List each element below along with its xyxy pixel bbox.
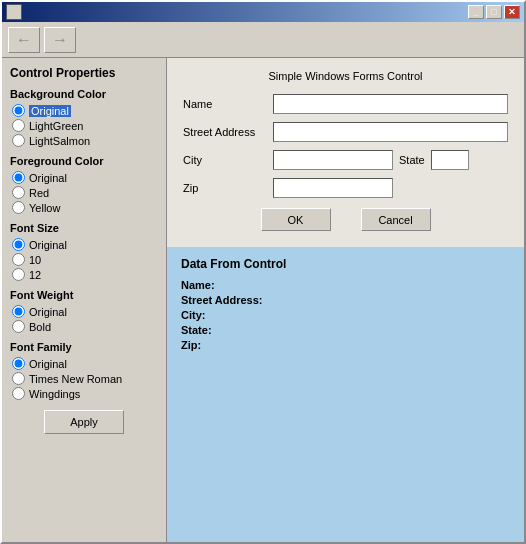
fs-original-radio[interactable] — [12, 238, 25, 251]
fs-12-radio[interactable] — [12, 268, 25, 281]
minimize-button[interactable]: _ — [468, 5, 484, 19]
fg-original-radio[interactable] — [12, 171, 25, 184]
bg-original-label: Original — [29, 105, 71, 117]
zip-row: Zip — [183, 178, 508, 198]
name-row: Name — [183, 94, 508, 114]
bg-lightsalmon-option[interactable]: LightSalmon — [12, 134, 158, 147]
left-panel: Control Properties Background Color Orig… — [2, 58, 167, 544]
maximize-button[interactable]: □ — [486, 5, 502, 19]
city-input[interactable] — [273, 150, 393, 170]
data-name-label: Name: — [181, 279, 215, 291]
panel-title: Control Properties — [10, 66, 158, 80]
data-city-label: City: — [181, 309, 205, 321]
street-input[interactable] — [273, 122, 508, 142]
bg-original-radio[interactable] — [12, 104, 25, 117]
font-size-label: Font Size — [10, 222, 158, 234]
ff-wingdings-radio[interactable] — [12, 387, 25, 400]
state-label: State — [399, 154, 425, 166]
ff-tnr-label: Times New Roman — [29, 373, 122, 385]
data-street-label: Street Address: — [181, 294, 263, 306]
state-input[interactable] — [431, 150, 469, 170]
data-zip-row: Zip: — [181, 339, 510, 351]
window-icon — [6, 4, 22, 20]
name-label: Name — [183, 98, 273, 110]
form-title: Simple Windows Forms Control — [183, 70, 508, 82]
form-area: Simple Windows Forms Control Name Street… — [167, 58, 524, 247]
bg-original-option[interactable]: Original — [12, 104, 158, 117]
forward-icon: → — [52, 31, 68, 49]
fg-yellow-radio[interactable] — [12, 201, 25, 214]
bg-lightgreen-radio[interactable] — [12, 119, 25, 132]
street-row: Street Address — [183, 122, 508, 142]
fs-12-label: 12 — [29, 269, 41, 281]
fg-yellow-label: Yellow — [29, 202, 60, 214]
data-zip-label: Zip: — [181, 339, 201, 351]
zip-label: Zip — [183, 182, 273, 194]
data-street-row: Street Address: — [181, 294, 510, 306]
ok-button[interactable]: OK — [261, 208, 331, 231]
toolbar: ← → — [2, 22, 524, 58]
close-button[interactable]: ✕ — [504, 5, 520, 19]
fg-color-group: Original Red Yellow — [12, 171, 158, 214]
fs-10-label: 10 — [29, 254, 41, 266]
title-bar: _ □ ✕ — [2, 2, 524, 22]
fw-original-radio[interactable] — [12, 305, 25, 318]
ff-original-label: Original — [29, 358, 67, 370]
data-title: Data From Control — [181, 257, 510, 271]
bg-color-label: Background Color — [10, 88, 158, 100]
fg-red-option[interactable]: Red — [12, 186, 158, 199]
fg-red-radio[interactable] — [12, 186, 25, 199]
data-city-row: City: — [181, 309, 510, 321]
form-buttons: OK Cancel — [183, 208, 508, 231]
content-area: Control Properties Background Color Orig… — [2, 58, 524, 544]
fg-original-label: Original — [29, 172, 67, 184]
data-name-row: Name: — [181, 279, 510, 291]
back-icon: ← — [16, 31, 32, 49]
fg-yellow-option[interactable]: Yellow — [12, 201, 158, 214]
font-family-label: Font Family — [10, 341, 158, 353]
city-state-row: City State — [183, 150, 508, 170]
name-input[interactable] — [273, 94, 508, 114]
fw-original-label: Original — [29, 306, 67, 318]
font-family-group: Original Times New Roman Wingdings — [12, 357, 158, 400]
street-label: Street Address — [183, 126, 273, 138]
main-window: _ □ ✕ ← → Control Properties Background … — [0, 0, 526, 544]
right-panel: Simple Windows Forms Control Name Street… — [167, 58, 524, 544]
back-button[interactable]: ← — [8, 27, 40, 53]
font-size-group: Original 10 12 — [12, 238, 158, 281]
ff-wingdings-option[interactable]: Wingdings — [12, 387, 158, 400]
fg-original-option[interactable]: Original — [12, 171, 158, 184]
fw-bold-label: Bold — [29, 321, 51, 333]
bg-lightsalmon-label: LightSalmon — [29, 135, 90, 147]
forward-button[interactable]: → — [44, 27, 76, 53]
data-state-label: State: — [181, 324, 212, 336]
zip-input[interactable] — [273, 178, 393, 198]
ff-original-radio[interactable] — [12, 357, 25, 370]
fw-bold-option[interactable]: Bold — [12, 320, 158, 333]
bg-lightsalmon-radio[interactable] — [12, 134, 25, 147]
font-weight-group: Original Bold — [12, 305, 158, 333]
ff-tnr-option[interactable]: Times New Roman — [12, 372, 158, 385]
bg-lightgreen-option[interactable]: LightGreen — [12, 119, 158, 132]
fw-bold-radio[interactable] — [12, 320, 25, 333]
fw-original-option[interactable]: Original — [12, 305, 158, 318]
fg-red-label: Red — [29, 187, 49, 199]
city-label: City — [183, 154, 273, 166]
bg-color-group: Original LightGreen LightSalmon — [12, 104, 158, 147]
cancel-button[interactable]: Cancel — [361, 208, 431, 231]
fs-12-option[interactable]: 12 — [12, 268, 158, 281]
fs-original-option[interactable]: Original — [12, 238, 158, 251]
fs-10-radio[interactable] — [12, 253, 25, 266]
font-weight-label: Font Weight — [10, 289, 158, 301]
fs-original-label: Original — [29, 239, 67, 251]
data-area: Data From Control Name: Street Address: … — [167, 247, 524, 544]
apply-button[interactable]: Apply — [44, 410, 124, 434]
ff-wingdings-label: Wingdings — [29, 388, 80, 400]
ff-tnr-radio[interactable] — [12, 372, 25, 385]
fg-color-label: Foreground Color — [10, 155, 158, 167]
data-state-row: State: — [181, 324, 510, 336]
bg-lightgreen-label: LightGreen — [29, 120, 83, 132]
title-bar-buttons: _ □ ✕ — [468, 5, 520, 19]
ff-original-option[interactable]: Original — [12, 357, 158, 370]
fs-10-option[interactable]: 10 — [12, 253, 158, 266]
